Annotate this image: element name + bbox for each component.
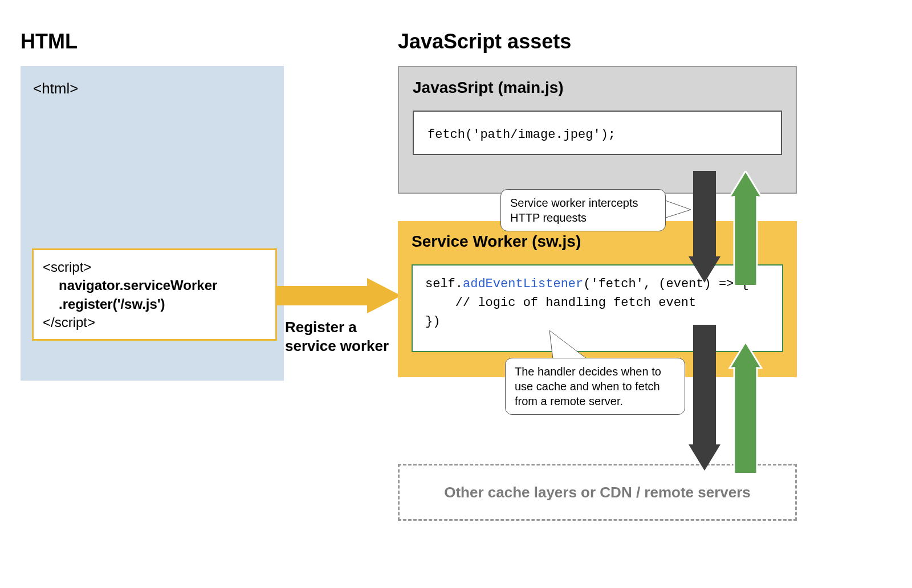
cdn-remote-label: Other cache layers or CDN / remote serve…: [444, 484, 751, 501]
callout-intercept-tail-icon: [662, 196, 697, 224]
register-arrow-icon: [276, 278, 401, 313]
sw-title: Service Worker (sw.js): [412, 232, 783, 251]
heading-js-assets: JavaScript assets: [398, 30, 571, 54]
cdn-remote-box: Other cache layers or CDN / remote serve…: [398, 464, 797, 521]
svg-marker-15: [549, 330, 587, 359]
sw-code: self.addEventListener('fetch', (event) =…: [412, 264, 783, 352]
sw-code-line3: }): [425, 315, 440, 329]
sw-panel: Service Worker (sw.js) self.addEventList…: [398, 221, 797, 377]
script-close-tag: </script>: [43, 315, 95, 330]
html-open-tag: <html>: [33, 80, 271, 97]
svg-rect-10: [734, 367, 757, 473]
heading-html: HTML: [21, 30, 78, 54]
sw-code-prefix: self.: [425, 277, 463, 291]
mainjs-title: JavasSript (main.js): [413, 79, 782, 97]
sw-code-line2: // logic of handling fetch event: [425, 296, 696, 310]
callout-handler-tail-icon: [546, 330, 592, 361]
sw-code-rest1: ('fetch', (event) => {: [583, 277, 748, 291]
sw-code-method: addEventListener: [463, 277, 583, 291]
callout-handler: The handler decides when to use cache an…: [505, 358, 685, 415]
script-line-1: navigator.serviceWorker: [43, 276, 266, 295]
svg-marker-0: [276, 278, 401, 313]
register-label: Register a service worker: [285, 318, 410, 355]
script-open-tag: <script>: [43, 259, 91, 275]
svg-marker-13: [662, 199, 691, 219]
mainjs-code: fetch('path/image.jpeg');: [413, 111, 782, 155]
script-line-2: .register('/sw.js'): [43, 295, 266, 313]
mainjs-panel: JavasSript (main.js) fetch('path/image.j…: [398, 66, 797, 194]
callout-intercept: Service worker intercepts HTTP requests: [500, 189, 666, 231]
script-register-box: <script> navigator.serviceWorker .regist…: [32, 248, 277, 341]
